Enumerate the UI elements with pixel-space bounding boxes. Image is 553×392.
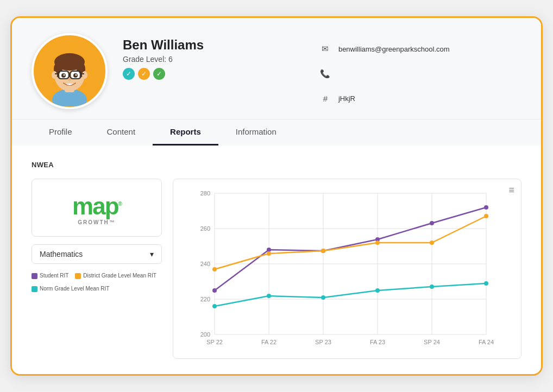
chart-box: ≡ 280 260 240 220 200	[173, 179, 521, 359]
student-name: Ben Williams	[123, 37, 297, 53]
svg-text:260: 260	[200, 225, 210, 232]
map-logo-text: map®	[41, 194, 153, 218]
legend-dot-teal	[32, 286, 37, 292]
svg-text:FA 22: FA 22	[261, 339, 276, 345]
email-value: benwilliams@greenparkschool.com	[338, 45, 450, 53]
svg-point-57	[321, 295, 325, 300]
tab-reports[interactable]: Reports	[153, 119, 218, 146]
avatar-image	[34, 36, 105, 106]
header: Ben Williams Grade Level: 6 ✓ ✓ ✓ ✉ benw…	[12, 18, 541, 119]
tab-content[interactable]: Content	[90, 119, 153, 146]
main-card: Ben Williams Grade Level: 6 ✓ ✓ ✓ ✉ benw…	[10, 16, 543, 376]
svg-point-58	[375, 288, 380, 293]
svg-point-13	[64, 74, 65, 76]
legend-item-norm: Norm Grade Level Mean RIT	[32, 286, 109, 292]
svg-point-44	[267, 248, 271, 252]
contact-info: ✉ benwilliams@greenparkschool.com 📞 # jH…	[312, 33, 521, 113]
left-panel: map® GROWTH™ Mathematics ▾ Student RIT	[32, 179, 162, 292]
map-logo-box: map® GROWTH™	[32, 179, 162, 237]
id-row: # jHkjR	[312, 88, 521, 109]
student-info: Ben Williams Grade Level: 6 ✓ ✓ ✓	[123, 33, 297, 93]
svg-text:220: 220	[200, 296, 210, 302]
svg-point-54	[484, 214, 488, 218]
svg-text:FA 23: FA 23	[370, 339, 385, 345]
svg-text:SP 24: SP 24	[424, 339, 440, 345]
svg-point-7	[52, 71, 57, 79]
svg-point-14	[76, 74, 77, 76]
avatar	[32, 33, 108, 109]
email-row: ✉ benwilliams@greenparkschool.com	[312, 39, 521, 59]
subject-select[interactable]: Mathematics ▾	[32, 244, 162, 264]
chart: 280 260 240 220 200 SP 22 FA 22	[179, 188, 511, 351]
tab-profile[interactable]: Profile	[32, 119, 90, 146]
svg-text:200: 200	[200, 331, 210, 338]
svg-point-52	[375, 241, 380, 245]
nav-tabs: Profile Content Reports Information	[12, 119, 541, 146]
svg-point-59	[430, 284, 434, 289]
legend-item-student: Student RIT	[32, 273, 68, 279]
chevron-down-icon: ▾	[150, 250, 154, 258]
subject-label: Mathematics	[40, 250, 83, 258]
svg-point-20	[68, 78, 71, 80]
badge-teal: ✓	[123, 68, 135, 80]
legend-label-student: Student RIT	[40, 273, 68, 279]
legend-label-district: District Grade Level Mean RIT	[83, 273, 156, 279]
growth-text: GROWTH™	[41, 219, 153, 225]
legend-item-district: District Grade Level Mean RIT	[75, 273, 156, 279]
badge-green: ✓	[153, 68, 165, 80]
email-icon: ✉	[320, 44, 331, 54]
main-content: NWEA map® GROWTH™ Mathematics ▾ S	[12, 146, 541, 374]
legend-dot-orange	[75, 273, 81, 279]
legend: Student RIT District Grade Level Mean RI…	[32, 273, 162, 292]
svg-point-60	[484, 281, 488, 286]
grade-level: Grade Level: 6	[123, 55, 297, 64]
tab-information[interactable]: Information	[218, 119, 294, 146]
chart-menu-icon[interactable]: ≡	[508, 185, 514, 196]
phone-icon: 📞	[320, 69, 331, 79]
svg-text:SP 22: SP 22	[206, 339, 223, 345]
svg-point-49	[212, 267, 217, 271]
svg-point-53	[430, 241, 434, 245]
phone-row: 📞	[312, 64, 521, 84]
svg-point-47	[430, 221, 434, 225]
svg-text:FA 24: FA 24	[479, 339, 494, 345]
svg-point-43	[212, 288, 217, 293]
badge-orange: ✓	[138, 68, 150, 80]
legend-dot-purple	[32, 273, 37, 279]
svg-point-56	[267, 294, 271, 298]
hash-icon: #	[320, 94, 331, 103]
svg-point-8	[82, 71, 87, 79]
svg-point-55	[212, 304, 217, 308]
svg-text:240: 240	[200, 261, 210, 267]
legend-label-norm: Norm Grade Level Mean RIT	[40, 286, 109, 292]
svg-point-48	[484, 205, 488, 210]
svg-point-51	[321, 249, 325, 253]
svg-text:280: 280	[200, 190, 210, 197]
id-value: jHkjR	[338, 94, 355, 103]
section-label: NWEA	[32, 161, 521, 169]
svg-point-50	[267, 251, 271, 256]
badges: ✓ ✓ ✓	[123, 68, 297, 80]
svg-text:SP 23: SP 23	[315, 339, 331, 345]
nwea-container: map® GROWTH™ Mathematics ▾ Student RIT	[32, 179, 521, 359]
